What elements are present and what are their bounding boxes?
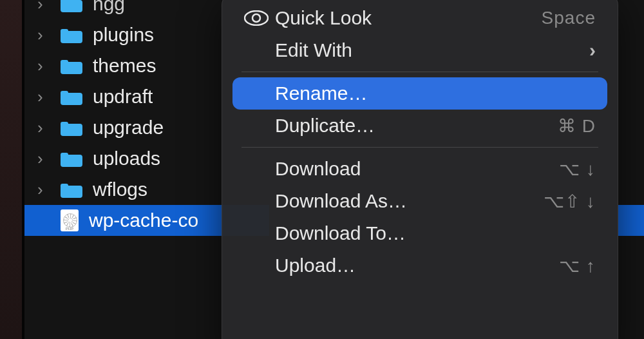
chevron-right-icon[interactable]: › xyxy=(37,0,52,14)
menu-label: Download As… xyxy=(275,190,544,212)
menu-shortcut: ⌥ ↓ xyxy=(559,159,596,180)
php-file-icon: PHP xyxy=(61,209,79,231)
chevron-right-icon[interactable]: › xyxy=(37,118,52,138)
tree-label: uploads xyxy=(93,148,160,170)
folder-icon xyxy=(61,88,82,105)
menu-label: Quick Look xyxy=(275,7,542,29)
tree-label: upgrade xyxy=(93,117,164,139)
chevron-right-icon[interactable]: › xyxy=(37,87,52,107)
chevron-right-icon[interactable]: › xyxy=(37,56,52,76)
selected-row-highlight-right xyxy=(618,205,644,236)
tree-label: plugins xyxy=(93,24,154,46)
menu-item-quick-look[interactable]: Quick Look Space xyxy=(232,2,607,34)
menu-separator xyxy=(242,72,598,72)
folder-icon xyxy=(61,26,82,43)
menu-label: Rename… xyxy=(275,82,596,104)
menu-item-edit-with[interactable]: Edit With › xyxy=(232,34,607,66)
menu-item-duplicate[interactable]: Duplicate… ⌘ D xyxy=(232,110,607,142)
menu-item-upload[interactable]: Upload… ⌥ ↑ xyxy=(232,249,607,282)
file-ext-label: PHP xyxy=(61,227,79,231)
menu-shortcut: ⌥ ↑ xyxy=(559,255,596,276)
menu-label: Download xyxy=(275,158,559,180)
folder-icon xyxy=(61,150,82,167)
folder-icon xyxy=(61,57,82,74)
tree-label: wflogs xyxy=(93,179,147,200)
menu-label: Duplicate… xyxy=(275,115,558,137)
folder-icon xyxy=(61,181,82,198)
context-menu: Quick Look Space Edit With › Rename… Dup… xyxy=(222,0,618,339)
menu-label: Download To… xyxy=(275,222,596,244)
eye-icon xyxy=(244,10,275,26)
chevron-right-icon[interactable]: › xyxy=(37,25,52,45)
menu-shortcut: ⌥⇧ ↓ xyxy=(544,191,596,212)
svg-point-1 xyxy=(252,14,260,22)
tree-label: wp-cache-co xyxy=(89,209,198,231)
menu-separator xyxy=(242,147,598,148)
chevron-right-icon: › xyxy=(589,39,596,61)
tree-label: updraft xyxy=(93,86,153,108)
folder-icon xyxy=(61,119,82,136)
svg-point-0 xyxy=(245,11,268,25)
menu-label: Edit With xyxy=(275,39,589,61)
chevron-right-icon[interactable]: › xyxy=(37,149,52,169)
menu-item-download-to[interactable]: Download To… xyxy=(232,217,607,249)
menu-item-download-as[interactable]: Download As… ⌥⇧ ↓ xyxy=(232,185,607,217)
chevron-right-icon[interactable]: › xyxy=(37,180,52,200)
menu-shortcut: ⌘ D xyxy=(558,115,596,137)
folder-icon xyxy=(61,0,82,12)
menu-item-rename[interactable]: Rename… xyxy=(232,77,607,110)
tree-label: ngg xyxy=(93,0,125,15)
menu-label: Upload… xyxy=(275,255,559,276)
menu-item-download[interactable]: Download ⌥ ↓ xyxy=(232,153,607,185)
menu-shortcut: Space xyxy=(542,8,596,28)
tree-label: themes xyxy=(93,55,156,77)
window-left-edge xyxy=(0,0,23,339)
